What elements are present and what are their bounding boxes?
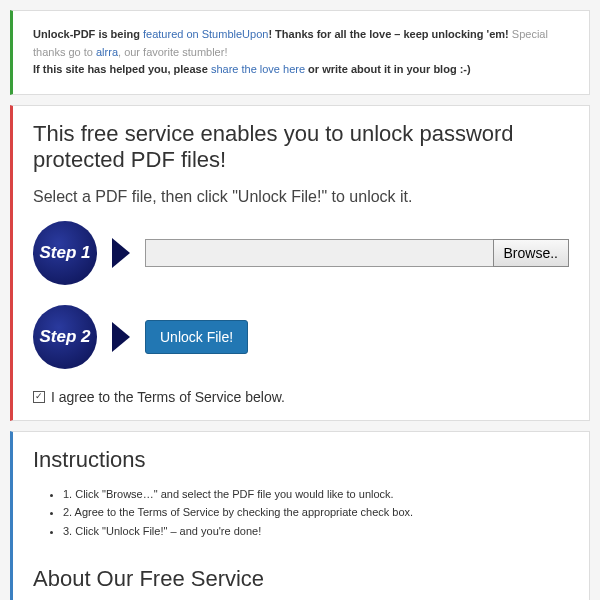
svg-marker-1 [112, 322, 130, 352]
info-panel: Instructions 1. Click "Browse…" and sele… [10, 431, 590, 600]
step-1-badge: Step 1 [33, 221, 97, 285]
banner-text: If this site has helped you, please [33, 63, 211, 75]
upload-panel: This free service enables you to unlock … [10, 105, 590, 421]
list-item: 3. Click "Unlock File!" – and you're don… [63, 522, 569, 541]
unlock-button[interactable]: Unlock File! [145, 320, 248, 354]
promo-banner: Unlock-PDF is being featured on StumbleU… [10, 10, 590, 95]
about-heading: About Our Free Service [33, 566, 569, 592]
file-path-input[interactable] [145, 239, 493, 267]
featured-link[interactable]: featured on StumbleUpon [143, 28, 268, 40]
agree-label: I agree to the Terms of Service below. [51, 389, 285, 405]
step-2-badge: Step 2 [33, 305, 97, 369]
banner-text: , our favorite stumbler! [118, 46, 227, 58]
instructions-list: 1. Click "Browse…" and select the PDF fi… [33, 485, 569, 541]
step-2-row: Step 2 Unlock File! [33, 305, 569, 369]
banner-text: Unlock-PDF is being [33, 28, 143, 40]
about-section: About Our Free Service Our free service … [33, 566, 569, 600]
step-1-row: Step 1 Browse.. [33, 221, 569, 285]
instructions-heading: Instructions [33, 447, 569, 473]
agree-row: ✓ I agree to the Terms of Service below. [33, 389, 569, 405]
list-item: 2. Agree to the Terms of Service by chec… [63, 503, 569, 522]
instructions-section: Instructions 1. Click "Browse…" and sele… [33, 447, 569, 541]
page-title: This free service enables you to unlock … [33, 121, 569, 173]
banner-text: ! Thanks for all the love – keep unlocki… [268, 28, 508, 40]
banner-text: or write about it in your blog :-) [305, 63, 471, 75]
arrow-right-icon [112, 238, 130, 268]
list-item: 1. Click "Browse…" and select the PDF fi… [63, 485, 569, 504]
page-subtitle: Select a PDF file, then click "Unlock Fi… [33, 188, 569, 206]
browse-button[interactable]: Browse.. [493, 239, 569, 267]
arrow-right-icon [112, 322, 130, 352]
alrra-link[interactable]: alrra [96, 46, 118, 58]
share-link[interactable]: share the love here [211, 63, 305, 75]
agree-checkbox[interactable]: ✓ [33, 391, 45, 403]
check-icon: ✓ [35, 392, 43, 401]
svg-marker-0 [112, 238, 130, 268]
file-picker: Browse.. [145, 239, 569, 267]
